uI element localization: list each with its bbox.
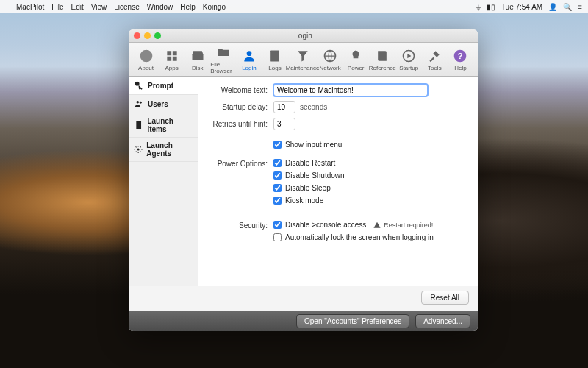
window-footer: Open "Accounts" Preferences Advanced...: [129, 311, 478, 331]
disable-sleep-checkbox[interactable]: Disable Sleep: [273, 184, 345, 192]
toolbar-tools[interactable]: Tools: [422, 48, 448, 71]
menu-window[interactable]: Window: [147, 3, 173, 11]
users-icon: [134, 99, 144, 109]
menu-help[interactable]: Help: [180, 3, 196, 11]
help-icon: ?: [452, 48, 468, 64]
book-icon: [374, 48, 390, 64]
disable-shutdown-checkbox[interactable]: Disable Shutdown: [273, 171, 345, 180]
folder-icon: [215, 44, 232, 60]
auto-lock-checkbox[interactable]: Automatically lock the screen when loggi…: [273, 233, 434, 241]
gear-icon: [134, 144, 143, 155]
menubar: MacPilot File Edit View License Window H…: [0, 0, 588, 13]
startup-delay-label: Startup delay:: [207, 103, 273, 111]
svg-rect-10: [136, 121, 141, 129]
menu-edit[interactable]: Edit: [71, 3, 83, 11]
toolbar-maintenance[interactable]: Maintenance: [288, 48, 318, 71]
sidebar: Prompt Users Launch Items Launch Agents: [129, 77, 198, 286]
power-options-label: Power Options:: [207, 159, 273, 168]
startup-delay-input[interactable]: [273, 101, 295, 113]
play-icon: [401, 48, 417, 64]
menu-license[interactable]: License: [114, 3, 139, 11]
security-label: Security:: [207, 221, 273, 230]
show-input-menu-checkbox[interactable]: Show input menu: [273, 141, 342, 149]
sidebar-item-launch-items[interactable]: Launch Items: [129, 113, 198, 138]
disable-console-checkbox[interactable]: Disable >console access: [273, 221, 366, 229]
open-accounts-button[interactable]: Open "Accounts" Preferences: [296, 314, 409, 328]
svg-point-8: [137, 101, 140, 104]
retries-label: Retries until hint:: [207, 120, 273, 128]
startup-delay-unit: seconds: [300, 103, 327, 111]
toolbar: About Apps Disk File Browser Login Logs …: [129, 43, 478, 77]
search-icon[interactable]: 🔍: [563, 3, 572, 11]
svg-point-1: [247, 51, 252, 56]
welcome-text-label: Welcome text:: [207, 86, 273, 94]
bulb-icon: [348, 48, 364, 64]
toolbar-disk[interactable]: Disk: [184, 48, 210, 71]
toolbar-power[interactable]: Power: [343, 48, 369, 71]
user-icon[interactable]: 👤: [548, 3, 557, 11]
info-icon: [138, 48, 154, 64]
toolbar-about[interactable]: About: [133, 48, 159, 71]
welcome-text-input[interactable]: [273, 84, 428, 96]
tools-icon: [426, 48, 442, 64]
wifi-icon[interactable]: ⏚: [476, 3, 481, 11]
toolbar-apps[interactable]: Apps: [159, 48, 184, 71]
toolbar-reference[interactable]: Reference: [369, 48, 396, 71]
window-title: Login: [129, 32, 478, 40]
toolbar-logs[interactable]: Logs: [262, 48, 287, 71]
app-window: Login About Apps Disk File Browser Login…: [129, 29, 478, 331]
warning-icon: [373, 222, 381, 229]
restart-required-badge: Restart required!: [373, 222, 433, 229]
retries-input[interactable]: [273, 118, 295, 130]
logs-icon: [267, 48, 283, 64]
funnel-icon: [295, 48, 311, 64]
apps-icon: [164, 48, 180, 64]
key-icon: [134, 80, 144, 91]
user-icon: [241, 48, 257, 64]
kiosk-mode-checkbox[interactable]: Kiosk mode: [273, 197, 345, 205]
battery-icon[interactable]: ▮▯: [487, 3, 495, 11]
clock[interactable]: Tue 7:54 AM: [501, 3, 542, 11]
menu-extra-icon[interactable]: ≡: [578, 3, 582, 11]
svg-point-0: [140, 49, 152, 62]
svg-rect-2: [270, 50, 279, 61]
sidebar-item-launch-agents[interactable]: Launch Agents: [129, 138, 198, 162]
disable-restart-checkbox[interactable]: Disable Restart: [273, 159, 345, 167]
toolbar-help[interactable]: ?Help: [448, 48, 473, 71]
svg-point-11: [137, 148, 140, 150]
globe-icon: [322, 48, 338, 64]
toolbar-filebrowser[interactable]: File Browser: [210, 44, 236, 74]
disk-icon: [190, 48, 206, 64]
sidebar-item-users[interactable]: Users: [129, 95, 198, 113]
document-icon: [134, 120, 143, 130]
titlebar[interactable]: Login: [129, 29, 478, 43]
content-footer: Reset All: [129, 286, 478, 311]
svg-point-9: [140, 102, 142, 104]
toolbar-startup[interactable]: Startup: [396, 48, 422, 71]
menu-view[interactable]: View: [91, 3, 107, 11]
reset-all-button[interactable]: Reset All: [421, 291, 469, 305]
advanced-button[interactable]: Advanced...: [415, 314, 470, 328]
menu-koingo[interactable]: Koingo: [203, 3, 226, 11]
app-menu[interactable]: MacPilot: [16, 3, 44, 11]
svg-text:?: ?: [458, 51, 463, 60]
toolbar-network[interactable]: Network: [318, 48, 343, 71]
sidebar-item-prompt[interactable]: Prompt: [129, 77, 198, 95]
menu-file[interactable]: File: [51, 3, 63, 11]
content-pane: Welcome text: Startup delay: seconds Ret…: [198, 77, 478, 286]
toolbar-login[interactable]: Login: [236, 48, 262, 71]
